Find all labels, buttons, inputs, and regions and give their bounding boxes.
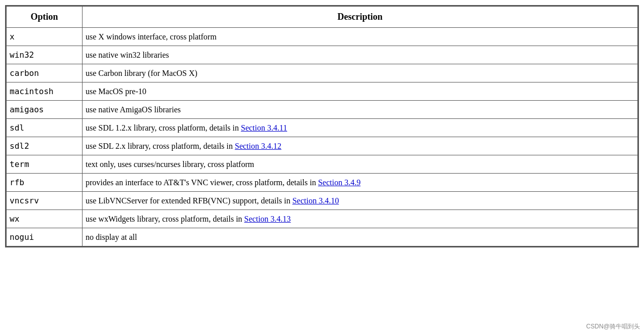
cell-option: win32: [7, 46, 83, 64]
table-row: amigaosuse native AmigaOS libraries: [7, 101, 638, 119]
section-link[interactable]: Section 3.4.9: [318, 178, 360, 187]
cell-description: no display at all: [83, 228, 638, 246]
table-row: sdl2use SDL 2.x library, cross platform,…: [7, 137, 638, 155]
section-link[interactable]: Section 3.4.13: [244, 215, 291, 223]
table-row: sdluse SDL 1.2.x library, cross platform…: [7, 119, 638, 137]
cell-option: wx: [7, 210, 83, 228]
section-link[interactable]: Section 3.4.11: [241, 123, 287, 132]
cell-description: use native win32 libraries: [83, 46, 638, 64]
cell-description: use MacOS pre-10: [83, 82, 638, 101]
table-row: termtext only, uses curses/ncurses libra…: [7, 155, 638, 174]
cell-option: nogui: [7, 228, 83, 246]
cell-description: use X windows interface, cross platform: [83, 28, 638, 46]
cell-description: use LibVNCServer for extended RFB(VNC) s…: [83, 192, 638, 210]
cell-option: term: [7, 155, 83, 174]
section-link[interactable]: Section 3.4.10: [292, 196, 339, 205]
table-row: vncsrvuse LibVNCServer for extended RFB(…: [7, 192, 638, 210]
table-header-row: Option Description: [7, 7, 638, 28]
table-row: carbonuse Carbon library (for MacOS X): [7, 64, 638, 82]
section-link[interactable]: Section 3.4.12: [235, 142, 281, 150]
table-row: noguino display at all: [7, 228, 638, 246]
cell-description: text only, uses curses/ncurses library, …: [83, 155, 638, 174]
cell-description: provides an interface to AT&T's VNC view…: [83, 174, 638, 192]
cell-option: sdl2: [7, 137, 83, 155]
table-row: wxuse wxWidgets library, cross platform,…: [7, 210, 638, 228]
cell-description: use wxWidgets library, cross platform, d…: [83, 210, 638, 228]
table-row: xuse X windows interface, cross platform: [7, 28, 638, 46]
table-row: win32use native win32 libraries: [7, 46, 638, 64]
cell-option: macintosh: [7, 82, 83, 101]
watermark-text: CSDN@骑牛唱到头: [586, 322, 640, 331]
cell-option: x: [7, 28, 83, 46]
cell-option: amigaos: [7, 101, 83, 119]
cell-description: use SDL 2.x library, cross platform, det…: [83, 137, 638, 155]
cell-description: use native AmigaOS libraries: [83, 101, 638, 119]
table-row: macintoshuse MacOS pre-10: [7, 82, 638, 101]
table-row: rfbprovides an interface to AT&T's VNC v…: [7, 174, 638, 192]
header-description: Description: [83, 7, 638, 28]
main-table-wrapper: Option Description xuse X windows interf…: [5, 5, 639, 247]
header-option: Option: [7, 7, 83, 28]
cell-option: carbon: [7, 64, 83, 82]
cell-description: use Carbon library (for MacOS X): [83, 64, 638, 82]
cell-option: vncsrv: [7, 192, 83, 210]
cell-option: sdl: [7, 119, 83, 137]
cell-option: rfb: [7, 174, 83, 192]
options-table: Option Description xuse X windows interf…: [6, 6, 638, 246]
cell-description: use SDL 1.2.x library, cross platform, d…: [83, 119, 638, 137]
